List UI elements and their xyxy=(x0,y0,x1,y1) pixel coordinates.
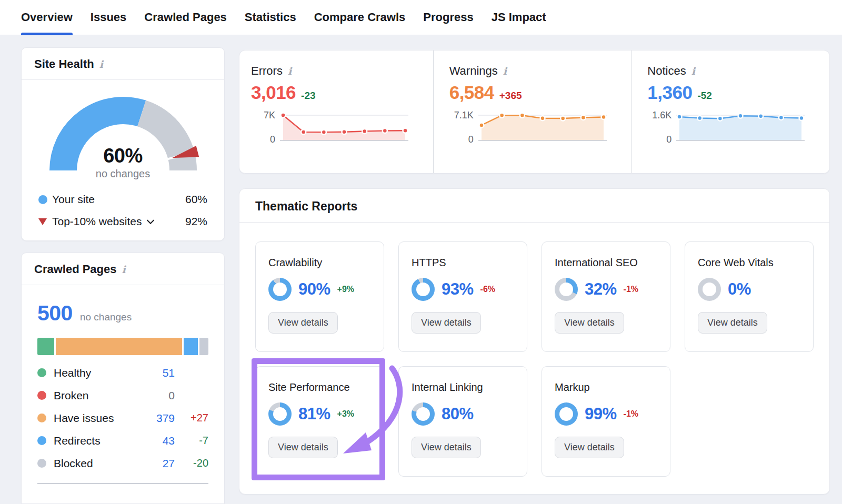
donut-chart xyxy=(555,402,578,426)
legend-value: 0 xyxy=(138,389,175,402)
thematic-card-percent: 32% xyxy=(585,280,617,299)
crawled-pages-title: Crawled Pages xyxy=(34,263,117,276)
view-details-button[interactable]: View details xyxy=(412,312,481,334)
summary-title-row: Warningsi xyxy=(449,64,621,78)
chevron-down-icon[interactable] xyxy=(147,216,154,224)
tab-compare-crawls[interactable]: Compare Crawls xyxy=(314,0,406,35)
legend-value[interactable]: 51 xyxy=(138,367,175,379)
crawled-pages-card: Crawled Pages i 500 no changes Healthy51… xyxy=(21,253,225,504)
thematic-card-title: Internal Linking xyxy=(412,381,514,394)
thematic-card-score-row: 90%+9% xyxy=(268,278,371,301)
tab-statistics[interactable]: Statistics xyxy=(245,0,296,35)
dot-icon xyxy=(37,414,46,422)
view-details-button[interactable]: View details xyxy=(412,437,481,458)
summary-title: Notices xyxy=(647,64,686,78)
tab-bar: OverviewIssuesCrawled PagesStatisticsCom… xyxy=(0,0,842,35)
tab-crawled-pages[interactable]: Crawled Pages xyxy=(144,0,227,35)
crawled-pages-stacked-bar xyxy=(37,338,208,355)
thematic-card-core-web-vitals: Core Web Vitals0%View details xyxy=(685,241,814,352)
thematic-card-title: HTTPS xyxy=(412,257,514,269)
thematic-reports-card: Thematic Reports Crawlability90%+9%View … xyxy=(239,188,830,495)
donut-chart xyxy=(555,278,578,301)
sparkline-chart xyxy=(280,112,408,144)
axis-min-label: 0 xyxy=(468,134,474,145)
thematic-card-change: -1% xyxy=(624,409,638,419)
summary-value-row: 3,016-23 xyxy=(251,82,423,103)
thematic-card-site-performance: Site Performance81%+3%View details xyxy=(255,366,384,477)
thematic-card-percent: 80% xyxy=(442,405,474,424)
crawled-pages-legend-row: Broken0 xyxy=(37,384,208,407)
legend-value[interactable]: 43 xyxy=(138,435,175,447)
summary-change: -23 xyxy=(301,90,315,102)
summary-warnings: Warningsi6,584+3657.1K0 xyxy=(433,51,632,173)
legend-label-text: Top-10% websites xyxy=(52,215,142,228)
dot-icon xyxy=(37,391,46,400)
thematic-card-change: +3% xyxy=(337,409,354,419)
info-icon[interactable]: i xyxy=(99,58,103,70)
sparkline-block: 1.6K0 xyxy=(647,112,819,144)
crawled-pages-legend-row: Redirects43-7 xyxy=(37,429,208,452)
summary-title: Errors xyxy=(251,64,283,78)
view-details-button[interactable]: View details xyxy=(555,312,624,334)
crawled-pages-legend-row: Blocked27-20 xyxy=(37,452,208,475)
thematic-card-change: -6% xyxy=(480,285,495,294)
crawled-pages-total: 500 xyxy=(37,301,73,326)
thematic-card-score-row: 80% xyxy=(412,402,514,426)
legend-change: -7 xyxy=(175,435,208,447)
legend-label: Healthy xyxy=(54,367,138,379)
crawled-pages-header: Crawled Pages i xyxy=(22,253,224,285)
view-details-button[interactable]: View details xyxy=(268,437,338,458)
thematic-card-title: International SEO xyxy=(555,257,657,269)
thematic-card-score-row: 0% xyxy=(698,278,800,301)
summary-value-row: 6,584+365 xyxy=(449,82,621,103)
bar-segment-redirects xyxy=(184,338,198,355)
sparkline-axis-labels: 7K0 xyxy=(251,112,275,144)
sparkline-axis-labels: 1.6K0 xyxy=(647,112,671,144)
thematic-card-markup: Markup99%-1%View details xyxy=(542,366,670,477)
tab-issues[interactable]: Issues xyxy=(91,0,127,35)
summary-title-row: Errorsi xyxy=(251,64,423,78)
info-icon[interactable]: i xyxy=(122,264,126,275)
info-icon[interactable]: i xyxy=(288,65,292,77)
crawled-pages-legend-row: Have issues379+27 xyxy=(37,407,208,429)
legend-value[interactable]: 27 xyxy=(138,457,175,470)
tab-progress[interactable]: Progress xyxy=(423,0,473,35)
legend-label: Top-10% websites xyxy=(52,215,185,228)
tab-js-impact[interactable]: JS Impact xyxy=(492,0,546,35)
summary-value: 1,360 xyxy=(647,82,692,103)
axis-min-label: 0 xyxy=(270,134,275,145)
site-health-header: Site Health i xyxy=(22,48,224,80)
info-icon[interactable]: i xyxy=(691,65,695,77)
legend-label: Your site xyxy=(52,193,185,206)
view-details-button[interactable]: View details xyxy=(555,437,624,458)
axis-max-label: 1.6K xyxy=(652,110,671,121)
donut-chart xyxy=(412,402,435,426)
thematic-card-https: HTTPS93%-6%View details xyxy=(398,241,527,352)
benchmark-triangle-icon xyxy=(38,218,52,225)
sparkline-axis-labels: 7.1K0 xyxy=(449,112,474,144)
view-details-button[interactable]: View details xyxy=(268,312,338,334)
tab-overview[interactable]: Overview xyxy=(21,0,73,35)
summary-value-row: 1,360-52 xyxy=(647,82,819,103)
summary-change: +365 xyxy=(499,90,522,102)
legend-change: +27 xyxy=(175,412,208,424)
info-icon[interactable]: i xyxy=(503,65,507,77)
thematic-card-title: Crawlability xyxy=(268,257,371,269)
thematic-card-internal-linking: Internal Linking80%View details xyxy=(398,366,527,477)
site-dot-icon xyxy=(38,195,52,204)
legend-label: Broken xyxy=(54,389,138,402)
dot-icon xyxy=(37,459,46,468)
legend-value[interactable]: 379 xyxy=(138,412,175,425)
bar-segment-have-issues xyxy=(56,338,182,355)
summary-errors: Errorsi3,016-237K0 xyxy=(239,51,433,173)
thematic-reports-header: Thematic Reports xyxy=(239,189,829,223)
summary-value: 3,016 xyxy=(251,82,296,103)
summary-notices: Noticesi1,360-521.6K0 xyxy=(631,51,829,173)
legend-label: Redirects xyxy=(54,435,138,447)
bar-segment-healthy xyxy=(37,338,54,355)
view-details-button[interactable]: View details xyxy=(698,312,767,334)
thematic-card-title: Markup xyxy=(555,381,657,394)
triangle-down-icon xyxy=(38,218,47,225)
sparkline-block: 7K0 xyxy=(251,112,423,144)
site-health-legend: Your site60%Top-10% websites92% xyxy=(22,188,224,233)
